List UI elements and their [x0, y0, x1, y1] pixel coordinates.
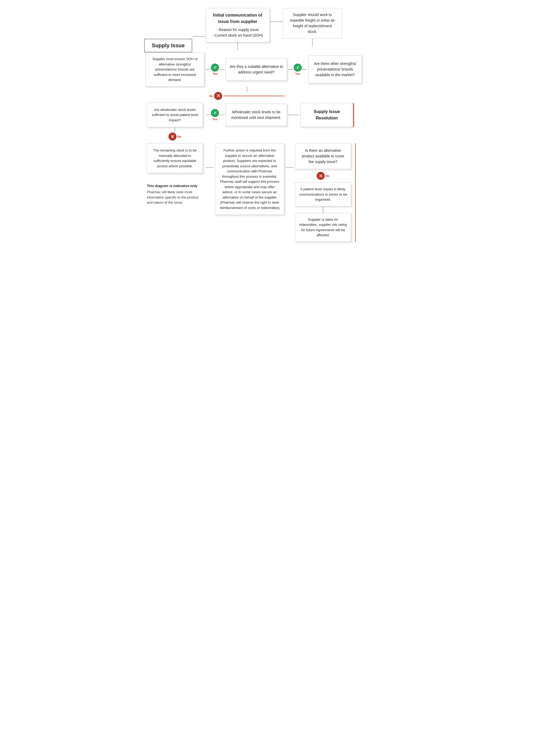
- wholesaler-question-box: Are wholesaler stock levels sufficient t…: [147, 103, 203, 127]
- h-connector-5b: [219, 115, 224, 115]
- initial-comm-box: Initial communication of issue from supp…: [206, 8, 270, 42]
- alternative-product-box: Is there an alternative product availabl…: [295, 143, 351, 169]
- h-connector-3b: [219, 69, 224, 70]
- supply-issue-box: Supply Issue: [144, 39, 192, 52]
- supplier-expedite-box: Supplier should work to expedite freight…: [283, 8, 342, 39]
- cross-icon-3: ✕: [317, 172, 325, 180]
- alternative-product-question: Is there an alternative product availabl…: [302, 148, 344, 164]
- no-label-2: No: [178, 135, 182, 138]
- v-connector-4: [175, 127, 175, 133]
- h-connector-5a: [206, 115, 211, 115]
- v-connector-2: [312, 39, 313, 46]
- bottom-note-text: Pharmac will likely seek more informatio…: [147, 189, 203, 205]
- bottom-note-title: This diagram is indicative only: [147, 184, 203, 188]
- no-label-1: No: [209, 94, 213, 97]
- h-connector-7: [206, 167, 214, 168]
- h-connector-4b: [302, 69, 307, 70]
- no-badge-row-3: ✕ No: [317, 172, 330, 180]
- yes-label-3: Yes: [213, 118, 217, 121]
- flowchart: Supply Issue Initial communication of is…: [144, 8, 390, 242]
- further-action-box: Further action is required from the supp…: [215, 143, 284, 215]
- supply-issue-resolution-title: Supply Issue Resolution: [314, 109, 340, 120]
- other-strengths-question: Are there other strengths/ presentations…: [314, 62, 356, 77]
- initial-comm-title: Initial communication of issue from supp…: [210, 12, 265, 25]
- wholesaler-monitor-box: Wholesaler stock levels to be monitored …: [226, 104, 287, 126]
- further-action-text: Further action is required from the supp…: [220, 148, 280, 210]
- supply-issue-label: Supply Issue: [152, 42, 185, 48]
- h-connector-3a: [206, 69, 211, 70]
- h-connector-1: [192, 36, 206, 37]
- yes-label-2: Yes: [295, 72, 300, 75]
- check-icon-3: ✓: [211, 109, 219, 117]
- initial-comm-bullet2: - Current stock on hand (SOH): [210, 33, 265, 38]
- no-label-3: No: [326, 174, 330, 177]
- v-connector-3: [247, 87, 247, 92]
- yes-badge-2: ✓ Yes: [294, 64, 302, 75]
- patient-impact-text: A patient level impact is likely, commun…: [299, 187, 347, 202]
- other-strengths-box: Are there other strengths/ presentations…: [308, 55, 362, 83]
- h-connector-2: [270, 21, 283, 22]
- yes-badge-3: ✓ Yes: [211, 109, 219, 121]
- v-connector-5: [323, 206, 323, 213]
- cross-icon-2: ✕: [168, 133, 176, 141]
- supplier-liable-box: Supplier is liable for indemnities, supp…: [295, 213, 351, 242]
- supplier-liable-text: Supplier is liable for indemnities, supp…: [299, 218, 347, 237]
- no-badge-3: ✕: [317, 172, 325, 180]
- wholesaler-question: Are wholesaler stock levels sufficient t…: [152, 108, 198, 122]
- h-connector-6: [288, 115, 299, 115]
- v-connector-1: [237, 42, 238, 50]
- suitable-alternative-question: Are they a suitable alternative to addre…: [230, 65, 283, 74]
- patient-impact-box: A patient level impact is likely, commun…: [295, 182, 351, 206]
- no-badge-row-2: ✕ No: [168, 133, 182, 141]
- no-badge-2: ✕: [168, 133, 176, 141]
- suitable-alternative-box: Are they a suitable alternative to addre…: [226, 58, 287, 81]
- supplier-ensure-text: Supplier must ensure SOH of alternative …: [152, 57, 197, 82]
- no-badge-row-1: No ✕: [209, 92, 285, 100]
- h-connector-4a: [288, 69, 294, 70]
- red-h-connector-1: [223, 96, 285, 96]
- cross-icon-1: ✕: [214, 92, 222, 100]
- bottom-note: This diagram is indicative only Pharmac …: [147, 184, 203, 205]
- check-icon-1: ✓: [211, 64, 219, 72]
- remaining-stock-box: The remaining stock is to be manually al…: [147, 143, 203, 173]
- supplier-expedite-text: Supplier should work to expedite freight…: [290, 13, 335, 34]
- yes-label-1: Yes: [213, 72, 217, 75]
- initial-comm-bullet1: - Reason for supply issue: [210, 27, 265, 33]
- supply-issue-resolution-box: Supply Issue Resolution: [300, 103, 354, 127]
- red-right-border: [355, 143, 356, 242]
- no-badge-1: ✕: [214, 92, 222, 100]
- remaining-stock-text: The remaining stock is to be manually al…: [153, 148, 197, 168]
- wholesaler-monitor-text: Wholesaler stock levels to be monitored …: [232, 110, 281, 120]
- h-connector-8: [286, 167, 294, 168]
- supplier-ensure-box: Supplier must ensure SOH of alternative …: [145, 52, 204, 87]
- check-icon-2: ✓: [294, 64, 302, 72]
- yes-badge-1: ✓ Yes: [211, 64, 219, 75]
